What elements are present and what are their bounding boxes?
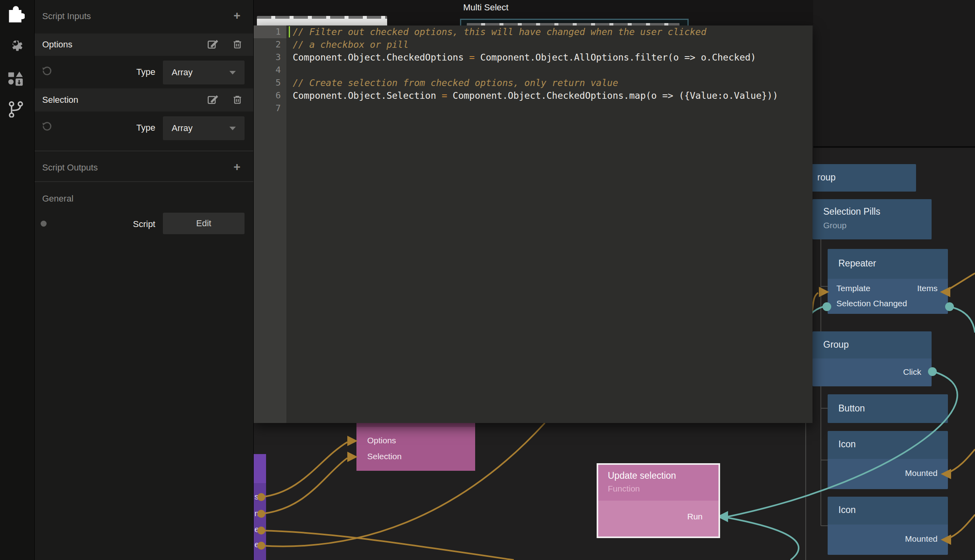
- line-number: 5: [257, 76, 281, 89]
- delete-trash-icon[interactable]: [232, 39, 244, 51]
- properties-panel: Script Inputs + Options Type Array Selec…: [35, 0, 254, 560]
- port-selection-changed[interactable]: Selection Changed: [836, 299, 907, 308]
- node-selection-pills[interactable]: Selection Pills Group: [812, 199, 932, 239]
- node-title: Icon: [838, 439, 856, 450]
- code-line: // a checkbox or pill: [293, 38, 409, 51]
- line-number: 1: [257, 25, 281, 38]
- rename-pencil-icon[interactable]: [207, 39, 219, 51]
- code-line: // Filter out checked options, this will…: [293, 25, 707, 38]
- type-label: Type: [136, 123, 155, 133]
- port-mounted[interactable]: Mounted: [905, 534, 938, 544]
- node-checked-options[interactable]: Options Selection: [356, 423, 475, 471]
- input-name: Options: [42, 39, 72, 50]
- node-title: Icon: [838, 505, 856, 515]
- code-line: Component.Object.Selection = Component.O…: [293, 89, 778, 102]
- section-script-outputs: Script Outputs +: [35, 155, 253, 181]
- edit-script-button[interactable]: Edit: [163, 213, 245, 234]
- port-selection[interactable]: Selection: [367, 452, 401, 461]
- components-puzzle-icon[interactable]: [6, 5, 25, 23]
- node-title: Button: [838, 403, 865, 414]
- text-cursor: [289, 26, 290, 37]
- type-dropdown[interactable]: Array: [163, 116, 245, 140]
- node-icon-2[interactable]: Icon Mounted: [828, 497, 948, 555]
- input-row-options: Options: [35, 33, 253, 56]
- add-output-button[interactable]: +: [231, 161, 243, 173]
- preview-pill-bar: [257, 16, 387, 25]
- section-script-inputs: Script Inputs +: [35, 4, 253, 29]
- port-run[interactable]: Run: [687, 512, 703, 521]
- node-update-selection[interactable]: Update selection Function Run: [597, 463, 720, 538]
- port-fragment: e: [255, 540, 259, 549]
- port-items[interactable]: Items: [917, 284, 938, 293]
- settings-gear-icon[interactable]: [6, 35, 25, 53]
- port-click[interactable]: Click: [903, 367, 922, 377]
- input-row-selection: Selection: [35, 88, 253, 112]
- port-options[interactable]: Options: [367, 436, 396, 445]
- rename-pencil-icon[interactable]: [207, 94, 219, 106]
- port-mounted[interactable]: Mounted: [905, 468, 938, 478]
- canvas-region-divider: [813, 146, 975, 148]
- node-subtitle: Group: [823, 221, 846, 230]
- node-hidden-outputs[interactable]: s n e e: [254, 454, 266, 560]
- delete-trash-icon[interactable]: [232, 94, 244, 106]
- line-number: 6: [257, 89, 281, 102]
- node-title: roup: [817, 172, 836, 183]
- node-library-icon[interactable]: [6, 69, 25, 88]
- code-line: // Create selection from checked options…: [293, 76, 618, 89]
- section-title: Script Inputs: [42, 11, 91, 22]
- port-fragment: s: [255, 492, 258, 501]
- options-type-row: Type Array: [35, 56, 253, 88]
- preview-node-label: Multi Select: [463, 2, 509, 13]
- chevron-down-icon: [229, 127, 236, 130]
- reset-undo-icon[interactable]: [41, 121, 53, 133]
- chevron-down-icon: [229, 71, 236, 74]
- section-title: Script Outputs: [42, 163, 98, 173]
- canvas-upper-right-region: [813, 0, 975, 146]
- section-title: General: [42, 194, 73, 204]
- script-status-dot: [41, 221, 47, 227]
- node-group[interactable]: Group Click: [812, 331, 932, 386]
- node-top-band: [356, 423, 475, 427]
- input-name: Selection: [42, 95, 78, 105]
- version-control-branch-icon[interactable]: [6, 100, 25, 118]
- type-dropdown[interactable]: Array: [163, 61, 245, 84]
- node-subtitle: Function: [608, 484, 640, 493]
- type-value: Array: [172, 67, 193, 78]
- node-group-partial[interactable]: roup: [804, 164, 916, 192]
- app-window: roup Selection Pills Group Repeater Temp…: [0, 0, 975, 560]
- preview-segments: [257, 16, 387, 19]
- editor-gutter: 1 2 3 4 5 6 7: [254, 25, 286, 423]
- section-divider: [35, 151, 253, 151]
- node-title: Group: [823, 339, 849, 350]
- section-divider: [35, 181, 253, 182]
- add-input-button[interactable]: +: [231, 10, 243, 22]
- reset-undo-icon[interactable]: [41, 66, 53, 78]
- line-number: 2: [257, 38, 281, 51]
- line-number: 3: [257, 51, 281, 64]
- selection-type-row: Type Array: [35, 112, 253, 143]
- node-icon-1[interactable]: Icon Mounted: [828, 431, 948, 489]
- line-number: 7: [257, 102, 281, 115]
- activity-sidebar: [0, 0, 35, 560]
- node-title: Selection Pills: [823, 206, 880, 217]
- port-fragment: e: [255, 525, 259, 534]
- script-label: Script: [133, 219, 155, 229]
- line-number: 4: [257, 64, 281, 76]
- node-repeater[interactable]: Repeater Template Items Selection Change…: [828, 249, 948, 314]
- port-fragment: n: [255, 509, 259, 518]
- node-title: Repeater: [838, 258, 876, 269]
- code-line: Component.Object.CheckedOptions = Compon…: [293, 51, 756, 64]
- node-header: [254, 454, 266, 483]
- node-title: Update selection: [608, 470, 676, 481]
- type-label: Type: [136, 67, 155, 77]
- section-general: General: [35, 186, 253, 212]
- script-code-editor[interactable]: 1 2 3 4 5 6 7 // Filter out checked opti…: [254, 25, 812, 423]
- node-button[interactable]: Button: [828, 394, 948, 423]
- port-template[interactable]: Template: [836, 284, 870, 293]
- type-value: Array: [172, 123, 193, 133]
